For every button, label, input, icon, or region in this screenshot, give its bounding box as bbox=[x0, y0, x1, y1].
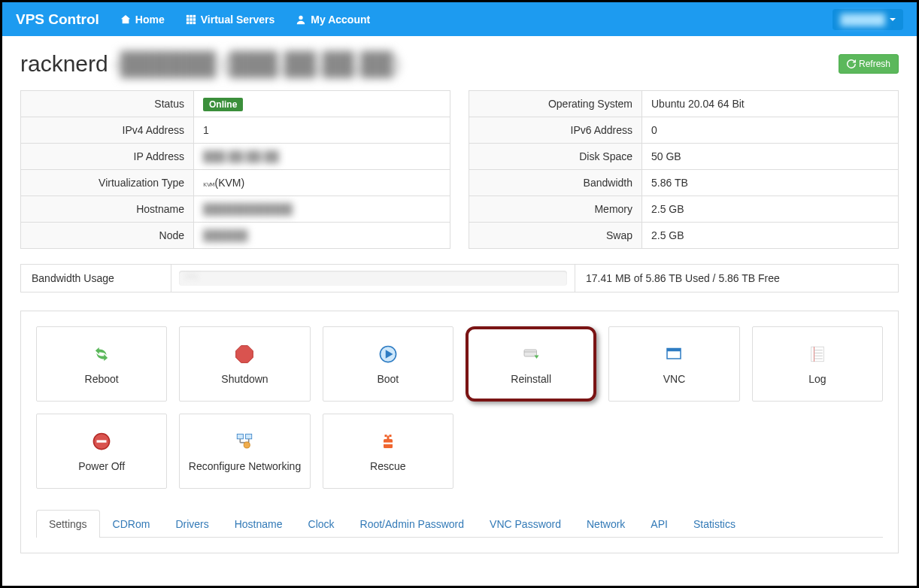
svg-rect-6 bbox=[187, 21, 190, 24]
svg-rect-17 bbox=[667, 349, 681, 352]
status-label: Status bbox=[21, 91, 194, 117]
nav-home[interactable]: Home bbox=[120, 14, 165, 26]
nav-servers[interactable]: Virtual Servers bbox=[186, 14, 275, 26]
vnc-button[interactable]: VNC bbox=[608, 326, 739, 402]
reconfigure-networking-button[interactable]: Reconfigure Networking bbox=[179, 414, 310, 489]
svg-rect-0 bbox=[187, 14, 190, 17]
ipv4-value: 1 bbox=[194, 117, 450, 144]
disk-value: 50 GB bbox=[642, 144, 899, 170]
mem-value: 2.5 GB bbox=[642, 196, 899, 223]
settings-tabs: Settings CDRom Drivers Hostname Clock Ro… bbox=[36, 510, 883, 538]
tab-root-password[interactable]: Root/Admin Password bbox=[347, 510, 478, 538]
svg-point-9 bbox=[299, 15, 303, 19]
os-label: Operating System bbox=[469, 91, 642, 117]
log-button[interactable]: Log bbox=[752, 326, 883, 402]
svg-rect-3 bbox=[187, 18, 190, 21]
vnc-label: VNC bbox=[663, 373, 686, 385]
svg-rect-34 bbox=[387, 436, 389, 440]
boot-icon bbox=[377, 343, 399, 365]
svg-rect-35 bbox=[384, 435, 387, 437]
shutdown-icon bbox=[233, 343, 256, 365]
bandwidth-usage-row: Bandwidth Usage 0% 17.41 MB of 5.86 TB U… bbox=[20, 264, 899, 292]
tab-api[interactable]: API bbox=[638, 510, 681, 538]
node-label: Node bbox=[21, 223, 194, 249]
refresh-button[interactable]: Refresh bbox=[839, 54, 899, 74]
hostname-value: ████████████ bbox=[194, 196, 450, 223]
log-icon bbox=[806, 343, 829, 365]
shutdown-label: Shutdown bbox=[221, 373, 268, 385]
swap-value: 2.5 GB bbox=[642, 223, 899, 249]
bw-label: Bandwidth bbox=[469, 170, 642, 196]
reboot-button[interactable]: Reboot bbox=[36, 326, 167, 402]
virt-value: ᴋᴠᴍ(KVM) bbox=[194, 170, 450, 196]
grid-icon bbox=[186, 14, 196, 25]
tab-cdrom[interactable]: CDRom bbox=[100, 510, 163, 538]
nav-home-label: Home bbox=[135, 14, 165, 26]
reboot-label: Reboot bbox=[85, 373, 119, 385]
ipv6-label: IPv6 Address bbox=[469, 117, 642, 144]
poweroff-label: Power Off bbox=[78, 460, 125, 472]
mem-label: Memory bbox=[469, 196, 642, 223]
poweroff-button[interactable]: Power Off bbox=[36, 414, 167, 489]
log-label: Log bbox=[808, 373, 826, 385]
user-icon bbox=[296, 14, 306, 25]
svg-rect-25 bbox=[97, 440, 107, 442]
refresh-label: Refresh bbox=[859, 59, 890, 69]
svg-rect-8 bbox=[193, 21, 196, 24]
vnc-icon bbox=[663, 343, 685, 365]
tab-statistics[interactable]: Statistics bbox=[681, 510, 748, 538]
tab-clock[interactable]: Clock bbox=[296, 510, 347, 538]
svg-rect-2 bbox=[193, 14, 196, 17]
svg-point-31 bbox=[244, 442, 250, 448]
poweroff-icon bbox=[90, 430, 113, 453]
actions-panel: Reboot Shutdown Boot Reinstall VNC Log bbox=[20, 311, 899, 553]
reconfigure-networking-label: Reconfigure Networking bbox=[189, 460, 301, 472]
bandwidth-label: Bandwidth Usage bbox=[21, 265, 171, 292]
home-icon bbox=[120, 14, 131, 25]
boot-button[interactable]: Boot bbox=[323, 326, 453, 402]
os-value: Ubuntu 20.04 64 Bit bbox=[642, 91, 899, 117]
user-dropdown[interactable]: ██████ bbox=[833, 9, 903, 30]
svg-rect-26 bbox=[238, 434, 244, 439]
bw-value: 5.86 TB bbox=[642, 170, 899, 196]
ip-label: IP Address bbox=[21, 144, 194, 170]
svg-rect-7 bbox=[190, 21, 193, 24]
tab-network[interactable]: Network bbox=[574, 510, 638, 538]
svg-rect-4 bbox=[190, 18, 193, 21]
rescue-icon bbox=[377, 430, 399, 453]
svg-rect-1 bbox=[190, 14, 193, 17]
virt-label: Virtualization Type bbox=[21, 170, 194, 196]
nav-account[interactable]: My Account bbox=[296, 14, 370, 26]
reinstall-button[interactable]: Reinstall bbox=[466, 326, 596, 402]
ipv4-label: IPv4 Address bbox=[21, 117, 194, 144]
nav-servers-label: Virtual Servers bbox=[201, 14, 275, 26]
node-value: ██████ bbox=[194, 223, 450, 249]
status-badge: Online bbox=[203, 98, 243, 111]
user-name: ██████ bbox=[840, 14, 885, 26]
server-info-left: StatusOnline IPv4 Address1 IP Address███… bbox=[20, 90, 450, 249]
server-info-right: Operating SystemUbuntu 20.04 64 Bit IPv6… bbox=[469, 90, 899, 249]
svg-rect-27 bbox=[246, 434, 252, 439]
shutdown-button[interactable]: Shutdown bbox=[179, 326, 310, 402]
rescue-button[interactable]: Rescue bbox=[323, 414, 453, 489]
svg-marker-15 bbox=[535, 356, 539, 359]
tab-hostname[interactable]: Hostname bbox=[222, 510, 296, 538]
network-icon bbox=[233, 430, 256, 453]
page-title: racknerd-██████ (███.██.██.██) bbox=[20, 51, 400, 77]
bandwidth-progress: 0% bbox=[179, 271, 567, 286]
navbar: VPS Control Home Virtual Servers My Acco… bbox=[2, 2, 917, 36]
tab-drivers[interactable]: Drivers bbox=[162, 510, 221, 538]
svg-rect-33 bbox=[384, 443, 393, 444]
svg-marker-10 bbox=[236, 346, 253, 363]
tab-settings[interactable]: Settings bbox=[36, 510, 100, 538]
refresh-icon bbox=[847, 59, 856, 68]
nav-account-label: My Account bbox=[311, 14, 370, 26]
reinstall-label: Reinstall bbox=[511, 373, 551, 385]
svg-rect-18 bbox=[811, 347, 824, 362]
tab-vnc-password[interactable]: VNC Password bbox=[477, 510, 574, 538]
swap-label: Swap bbox=[469, 223, 642, 249]
reinstall-icon bbox=[520, 343, 542, 365]
reboot-icon bbox=[90, 343, 113, 365]
brand[interactable]: VPS Control bbox=[16, 11, 99, 28]
svg-rect-5 bbox=[193, 18, 196, 21]
